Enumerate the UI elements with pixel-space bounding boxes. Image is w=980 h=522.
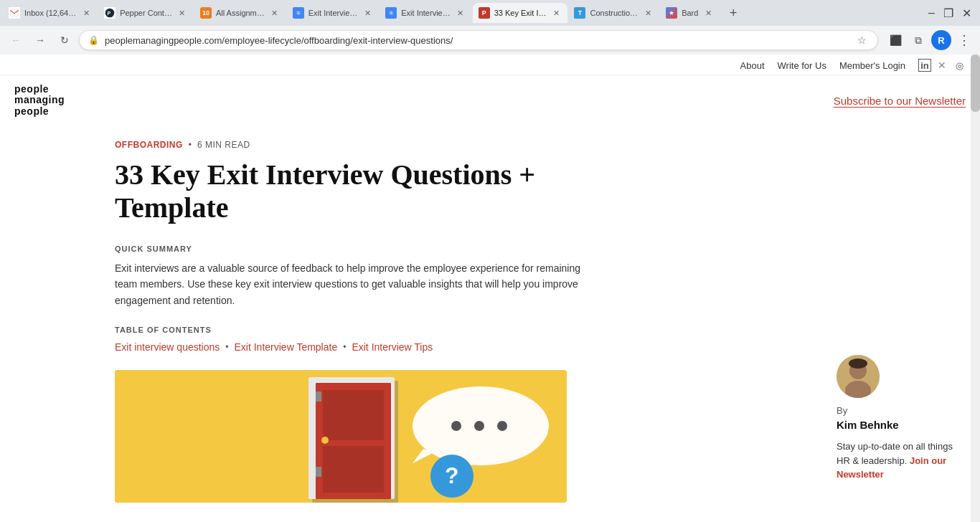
utility-nav: About Write for Us Member's Login in ✕ ◎ — [0, 54, 980, 75]
linkedin-icon[interactable]: in — [918, 59, 931, 72]
tab-bar: Inbox (12,64… ✕ P Pepper Cont… ✕ 10 All … — [0, 0, 980, 26]
tab-exit2-title: Exit Intervie… — [401, 9, 450, 17]
toc-dot-1: • — [225, 342, 228, 352]
tab-exit2[interactable]: ≡ Exit Intervie… ✕ — [380, 3, 471, 23]
bookmark-star-icon[interactable]: ☆ — [854, 33, 869, 47]
svg-rect-11 — [316, 467, 321, 477]
tab-exit2-close[interactable]: ✕ — [455, 7, 466, 19]
gmail-favicon — [9, 7, 20, 19]
tab-pepper-close[interactable]: ✕ — [176, 7, 188, 19]
restore-button[interactable]: ❐ — [943, 6, 953, 20]
reload-button[interactable]: ↻ — [55, 30, 75, 50]
svg-rect-7 — [323, 390, 384, 440]
window-controls: – ❐ ✕ — [928, 6, 977, 20]
profile-button[interactable]: R — [931, 30, 951, 50]
omnibox-action-icons: ☆ — [854, 33, 869, 47]
svg-point-22 — [849, 359, 867, 369]
omnibar-row: ← → ↻ 🔒 peoplemanagingpeople.com/employe… — [0, 26, 980, 54]
site-header: people managing people Subscribe to our … — [0, 75, 980, 125]
tab-exit3-active[interactable]: P 33 Key Exit I… ✕ — [473, 3, 568, 23]
tab-gmail-title: Inbox (12,64… — [24, 9, 76, 17]
author-name: Kim Behnke — [837, 419, 966, 431]
svg-point-15 — [474, 421, 484, 431]
browser-chrome: Inbox (12,64… ✕ P Pepper Cont… ✕ 10 All … — [0, 0, 980, 54]
url-text: peoplemanagingpeople.com/employee-lifecy… — [105, 35, 849, 46]
write-for-us-link[interactable]: Write for Us — [778, 60, 826, 71]
quick-summary-heading: QUICK SUMMARY — [115, 245, 793, 253]
tab-bard-close[interactable]: ✕ — [702, 7, 714, 19]
svg-rect-10 — [316, 392, 321, 402]
main-layout: OFFBOARDING • 6 MIN READ 33 Key Exit Int… — [0, 125, 980, 522]
author-card: By Kim Behnke Stay up-to-date on all thi… — [837, 355, 966, 482]
lock-icon: 🔒 — [88, 35, 99, 45]
svg-rect-0 — [9, 8, 19, 18]
close-button[interactable]: ✕ — [962, 6, 971, 20]
logo-line3: people — [14, 106, 65, 117]
author-avatar — [837, 355, 880, 398]
author-blurb: Stay up-to-date on all things HR & leade… — [837, 440, 966, 482]
article-meta: OFFBOARDING • 6 MIN READ — [115, 140, 793, 150]
assignments-favicon: 10 — [200, 7, 212, 19]
tab-construction[interactable]: T Constructio… ✕ — [568, 3, 659, 23]
members-login-link[interactable]: Member's Login — [839, 60, 905, 71]
tab-bard[interactable]: ★ Bard ✕ — [660, 3, 720, 23]
svg-point-16 — [497, 421, 507, 431]
chrome-menu-button[interactable]: ⋮ — [954, 30, 974, 50]
instagram-icon[interactable]: ◎ — [953, 59, 966, 72]
subscribe-newsletter-button[interactable]: Subscribe to our Newsletter — [834, 95, 966, 107]
tab-gmail[interactable]: Inbox (12,64… ✕ — [3, 3, 98, 23]
back-button[interactable]: ← — [6, 30, 26, 50]
tab-assignments-title: All Assignm… — [216, 9, 265, 17]
address-bar[interactable]: 🔒 peoplemanagingpeople.com/employee-life… — [79, 30, 878, 50]
toc-dot-2: • — [343, 342, 346, 352]
logo[interactable]: people managing people — [14, 84, 65, 117]
tab-pepper[interactable]: P Pepper Cont… ✕ — [98, 3, 194, 23]
quick-summary-text: Exit interviews are a valuable source of… — [115, 260, 588, 308]
svg-text:?: ? — [445, 462, 459, 488]
svg-rect-8 — [323, 446, 384, 493]
about-link[interactable]: About — [740, 60, 765, 71]
tab-assignments-close[interactable]: ✕ — [269, 7, 281, 19]
tab-assignments[interactable]: 10 All Assignm… ✕ — [194, 3, 286, 23]
construction-favicon: T — [574, 7, 585, 19]
new-tab-button[interactable]: + — [723, 3, 743, 23]
svg-point-14 — [451, 421, 461, 431]
tab-construction-title: Constructio… — [590, 9, 638, 17]
tab-exit3-close[interactable]: ✕ — [550, 7, 562, 19]
tab-pepper-title: Pepper Cont… — [120, 9, 172, 17]
pepper-favicon: P — [104, 7, 116, 19]
social-icons: in ✕ ◎ — [918, 59, 966, 72]
exit1-favicon: ≡ — [293, 7, 304, 19]
scrollbar-track — [971, 54, 980, 522]
article-area: OFFBOARDING • 6 MIN READ 33 Key Exit Int… — [0, 125, 822, 522]
tab-exit1-title: Exit Intervie… — [308, 9, 357, 17]
logo-line1: people — [14, 84, 65, 95]
bard-favicon: ★ — [666, 7, 677, 19]
tab-exit1-close[interactable]: ✕ — [362, 7, 373, 19]
forward-button[interactable]: → — [30, 30, 50, 50]
window-switch-icon[interactable]: ⧉ — [908, 30, 928, 50]
category-label[interactable]: OFFBOARDING — [115, 140, 183, 150]
svg-point-9 — [321, 437, 329, 444]
read-time: 6 MIN READ — [197, 140, 250, 150]
tab-exit3-title: 33 Key Exit I… — [494, 9, 547, 17]
tab-construction-close[interactable]: ✕ — [642, 7, 654, 19]
author-by-label: By — [837, 405, 966, 416]
tab-gmail-close[interactable]: ✕ — [80, 7, 92, 19]
toc-link-exit-tips[interactable]: Exit Interview Tips — [352, 341, 433, 353]
toc-link-exit-questions[interactable]: Exit interview questions — [115, 341, 220, 353]
scrollbar-thumb[interactable] — [971, 54, 980, 112]
right-content-sidebar: By Kim Behnke Stay up-to-date on all thi… — [822, 125, 980, 522]
extensions-icon[interactable]: ⬛ — [885, 30, 905, 50]
tab-exit1[interactable]: ≡ Exit Intervie… ✕ — [287, 3, 379, 23]
toc-link-exit-template[interactable]: Exit Interview Template — [235, 341, 338, 353]
tab-bard-title: Bard — [682, 9, 698, 17]
toc-heading: TABLE OF CONTENTS — [115, 326, 793, 334]
exit3-favicon: P — [479, 7, 490, 19]
svg-text:P: P — [108, 11, 111, 16]
twitter-x-icon[interactable]: ✕ — [936, 59, 948, 72]
toolbar-icons: ⬛ ⧉ R ⋮ — [885, 30, 974, 50]
meta-separator: • — [189, 140, 192, 150]
article-hero-image: ? — [115, 370, 567, 503]
minimize-button[interactable]: – — [928, 6, 935, 19]
